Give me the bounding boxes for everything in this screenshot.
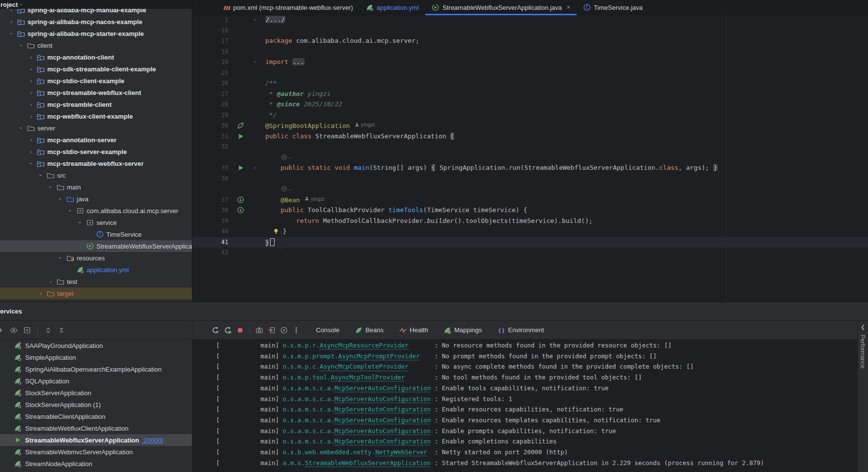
project-tree-item[interactable]: ›service xyxy=(0,217,192,228)
tree-chevron-icon[interactable]: › xyxy=(26,78,36,84)
project-tree-item[interactable]: ›mcp-stdio-server-example xyxy=(0,146,192,157)
collapse-chevron-icon[interactable]: ❮ xyxy=(858,324,868,330)
code-line[interactable]: 19›import ... xyxy=(192,57,868,68)
fold-chevron-icon[interactable]: › xyxy=(253,164,257,171)
performance-tab[interactable]: Performance xyxy=(859,335,866,369)
project-tree-item[interactable]: ›server xyxy=(0,122,192,134)
spring-gutter-icon[interactable] xyxy=(237,122,246,130)
project-tree-item[interactable]: ›mcp-annotation-server xyxy=(0,134,192,146)
tree-chevron-icon[interactable]: › xyxy=(28,158,34,168)
project-tree-item[interactable]: ›spring-ai-alibaba-mcp-nacos-example xyxy=(0,16,192,28)
tree-chevron-icon[interactable]: › xyxy=(26,101,36,107)
spring-bean-inlay-hint[interactable]: ⌄ xyxy=(281,186,291,192)
service-run-config[interactable]: StreamNodeApplication xyxy=(0,458,192,470)
project-tree-item[interactable]: ›target xyxy=(0,287,192,299)
inlay-hint-line[interactable]: ⌄ xyxy=(192,184,868,195)
project-tree-item[interactable]: application.yml xyxy=(0,264,192,276)
code-line[interactable]: 41} xyxy=(192,237,868,248)
logger-link[interactable]: StreamableWebfluxServerApplication xyxy=(305,459,431,467)
code-line[interactable]: 37 @Beanyingzi xyxy=(192,195,868,206)
project-tree-item[interactable]: ›test xyxy=(0,276,192,287)
code-line[interactable]: 28 * @since 2025/10/22 xyxy=(192,99,868,110)
project-tree-item[interactable]: ›spring-ai-alibaba-mcp-starter-example xyxy=(0,28,192,39)
editor-tab[interactable]: CTimeService.java xyxy=(577,0,649,15)
tree-chevron-icon[interactable]: › xyxy=(48,182,54,192)
service-run-config[interactable]: ×StockServerApplication xyxy=(0,387,192,399)
project-tree-item[interactable]: ›mcp-sdk-streamable-client-example xyxy=(0,63,192,75)
service-run-config[interactable]: ×SAAPlayGroundApplication xyxy=(0,340,192,351)
tree-chevron-icon[interactable]: › xyxy=(26,137,36,143)
code-line[interactable]: 40 } xyxy=(192,226,868,237)
project-tree-item[interactable]: CTimeService xyxy=(0,228,192,240)
code-line[interactable]: 26/** xyxy=(192,78,868,89)
tree-chevron-icon[interactable]: › xyxy=(26,113,36,119)
code-line[interactable]: 42 xyxy=(192,248,868,258)
project-tree-item[interactable]: ›src xyxy=(0,169,192,181)
console-tab-beans[interactable]: Beans xyxy=(355,326,384,334)
editor-tab[interactable]: StreamableWebfluxServerApplication.java× xyxy=(425,0,577,15)
project-panel-header[interactable]: roject › xyxy=(0,0,192,9)
tree-chevron-icon[interactable]: › xyxy=(26,66,36,72)
add-button[interactable] xyxy=(0,326,5,335)
code-line[interactable]: 29 */ xyxy=(192,110,868,121)
tree-chevron-icon[interactable]: › xyxy=(26,149,36,155)
console-tab-environment[interactable]: { }Environment xyxy=(497,326,544,334)
logger-link[interactable]: McpServerAutoConfiguration xyxy=(335,395,431,403)
code-line[interactable]: 31public class StreamableWebfluxServerAp… xyxy=(192,131,868,142)
project-tree-item[interactable]: ›resources xyxy=(0,252,192,264)
close-icon[interactable]: × xyxy=(567,4,570,11)
tree-chevron-icon[interactable]: › xyxy=(58,253,63,263)
code-line[interactable]: 30@SpringBootApplicationyingzi xyxy=(192,121,868,131)
bean-gutter-icon[interactable] xyxy=(237,206,246,215)
project-tree-item[interactable]: ›mcp-annotation-client xyxy=(0,51,192,63)
code-line[interactable]: 39 return MethodToolCallbackProvider.bui… xyxy=(192,216,868,227)
console-tab-health[interactable]: Health xyxy=(399,326,429,334)
service-run-config[interactable]: SpringAiAlibabaOpensearchExampleApplicat… xyxy=(0,363,192,375)
logger-link[interactable]: AsyncMcpToolProvider xyxy=(331,374,405,381)
code-line[interactable]: 33› public static void main(String[] arg… xyxy=(192,163,868,174)
tree-chevron-icon[interactable]: › xyxy=(36,290,46,296)
open-new-tab-button[interactable] xyxy=(23,326,31,335)
logger-link[interactable]: McpServerAutoConfiguration xyxy=(335,384,431,392)
code-line[interactable]: 18 xyxy=(192,47,868,58)
tree-chevron-icon[interactable]: › xyxy=(58,194,63,204)
logger-link[interactable]: NettyWebServer xyxy=(375,448,427,456)
rerun-modified-button[interactable] xyxy=(223,326,232,335)
project-tree-item[interactable]: StreamableWebfluxServerApplication xyxy=(0,240,192,252)
spring-bean-inlay-hint[interactable]: ⌄ xyxy=(281,154,291,160)
editor-tab[interactable]: mpom.xml (mcp-streamable-webflux-server) xyxy=(217,0,359,15)
logger-link[interactable]: McpServerAutoConfiguration xyxy=(335,406,431,413)
project-tree-item[interactable]: ›client xyxy=(0,39,192,51)
tree-chevron-icon[interactable]: › xyxy=(26,90,36,95)
run-gutter-icon[interactable] xyxy=(237,132,246,141)
service-run-config[interactable]: StockServerApplication (1) xyxy=(0,399,192,410)
code-line[interactable]: 38 public ToolCallbackProvider timeTools… xyxy=(192,205,868,216)
tree-chevron-icon[interactable]: › xyxy=(38,170,44,180)
inlay-hint-line[interactable]: ⌄ xyxy=(192,153,868,163)
tree-chevron-icon[interactable]: › xyxy=(26,54,36,60)
show-output-button[interactable] xyxy=(267,326,276,335)
code-line[interactable]: 27 * @author yingzi xyxy=(192,89,868,100)
more-button[interactable] xyxy=(292,326,301,335)
project-tree-item[interactable]: ›com.alibaba.cloud.ai.mcp.server xyxy=(0,205,192,217)
console-tab-console[interactable]: Console xyxy=(316,326,340,334)
logger-link[interactable]: McpServerAutoConfiguration xyxy=(335,427,431,435)
tree-chevron-icon[interactable]: › xyxy=(67,206,73,216)
tree-chevron-icon[interactable]: › xyxy=(46,279,56,284)
fold-chevron-icon[interactable]: › xyxy=(253,16,257,23)
code-line[interactable]: 1›/.../ xyxy=(192,15,868,26)
code-line[interactable]: 16 xyxy=(192,26,868,36)
service-run-config[interactable]: SQLApplication xyxy=(0,375,192,387)
service-run-config[interactable]: StreamableWebmvcServerApplication xyxy=(0,446,192,458)
project-tree-item[interactable]: ›mcp-streamble-client xyxy=(0,98,192,110)
console-tab-mappings[interactable]: Mappings xyxy=(443,326,482,334)
edit-configuration-button[interactable] xyxy=(279,326,288,335)
code-line[interactable]: 25 xyxy=(192,68,868,79)
eye-button[interactable] xyxy=(9,326,18,335)
logger-link[interactable]: AsyncMcpResourceProvider xyxy=(320,342,409,349)
thread-dump-button[interactable] xyxy=(255,326,264,335)
tree-chevron-icon[interactable]: › xyxy=(8,29,14,38)
run-gutter-icon[interactable] xyxy=(237,164,246,172)
project-tree-item[interactable]: ›mcp-streamable-webflux-client xyxy=(0,87,192,98)
project-tree-item[interactable]: ›mcp-stdio-client-example xyxy=(0,75,192,87)
